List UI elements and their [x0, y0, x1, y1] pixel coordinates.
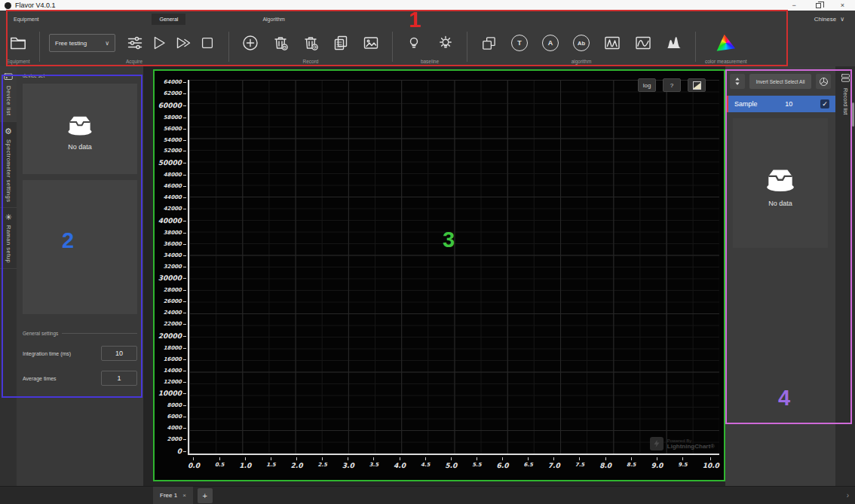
- toolbar-divider: [392, 32, 393, 62]
- y-tick-label: 10000: [158, 390, 186, 397]
- acquisition-settings-button[interactable]: [123, 30, 147, 56]
- y-tick-label: 8000: [167, 403, 186, 408]
- group-label-baseline: baseline: [402, 59, 458, 64]
- restore-icon[interactable]: [816, 3, 821, 8]
- add-record-button[interactable]: [238, 30, 262, 56]
- record-list-rail-label[interactable]: Record list: [842, 88, 849, 115]
- sidebar-item-raman-setup[interactable]: ✳ Raman setup: [0, 208, 17, 269]
- record-name: Sample: [734, 100, 758, 108]
- tab-general[interactable]: General: [152, 14, 185, 25]
- single-acquire-button[interactable]: [147, 30, 171, 56]
- trash-lock-icon: [271, 34, 290, 52]
- y-tick-label: 62000: [164, 91, 186, 96]
- add-tab-button[interactable]: +: [198, 488, 213, 503]
- x-tick-label: 1.0: [239, 457, 251, 469]
- sort-records-button[interactable]: [730, 74, 745, 89]
- record-settings-button[interactable]: [816, 74, 831, 89]
- x-tick-label: 6.0: [497, 457, 509, 469]
- plot-area[interactable]: [188, 80, 719, 455]
- x-tick-label: 10.0: [703, 457, 719, 469]
- x-tick-label: 5.0: [445, 457, 457, 469]
- chart-theme-button[interactable]: [688, 78, 706, 92]
- tab-free-1[interactable]: Free 1 ×: [153, 487, 193, 504]
- y-tick-label: 56000: [164, 127, 186, 132]
- invert-select-button[interactable]: Invert Select Select All: [749, 74, 811, 89]
- close-button[interactable]: ×: [841, 2, 844, 9]
- y-tick-label: 48000: [164, 173, 186, 178]
- tab-equipment[interactable]: Equipment: [6, 14, 46, 25]
- x-tick-label: 3.5: [369, 457, 378, 468]
- scrollbar-thumb[interactable]: [852, 102, 854, 127]
- open-file-button[interactable]: [6, 30, 30, 56]
- group-baseline: baseline: [399, 27, 461, 66]
- transmittance-button[interactable]: T: [507, 30, 532, 56]
- x-tick-label: 9.5: [678, 457, 687, 468]
- log-scale-button[interactable]: log: [638, 78, 656, 92]
- y-tick-label: 46000: [164, 184, 186, 189]
- copy-records-button[interactable]: [329, 30, 353, 56]
- light-baseline-button[interactable]: [434, 30, 458, 56]
- minimize-button[interactable]: −: [792, 2, 795, 9]
- y-tick-label: 58000: [164, 115, 186, 121]
- toolbar-divider: [39, 32, 40, 62]
- device-panel: device set No data General settings Inte…: [17, 66, 143, 486]
- general-settings-divider: General settings: [23, 331, 137, 336]
- segmented-wheel-icon: [818, 76, 829, 87]
- y-tick-label: 36000: [164, 242, 186, 247]
- export-image-button[interactable]: [359, 30, 383, 56]
- clear-records-button[interactable]: [299, 30, 323, 56]
- record-row-sample[interactable]: Sample 10: [725, 96, 835, 112]
- record-list-panel-icon: [840, 72, 851, 84]
- record-checkbox-checked-icon[interactable]: [820, 99, 829, 108]
- chart-button-group: log ?: [638, 78, 706, 92]
- group-color-measurement: color measurement: [702, 27, 750, 66]
- stop-button[interactable]: [195, 30, 219, 56]
- average-times-label: Average times: [23, 376, 101, 381]
- absorbance-button[interactable]: A: [538, 30, 562, 56]
- y-tick-label: 16000: [164, 357, 186, 362]
- x-tick-label: 4.5: [421, 457, 430, 468]
- sidebar-item-device-list[interactable]: Device list: [0, 66, 17, 122]
- circle-ab-icon: Ab: [573, 35, 590, 51]
- y-tick-label: 26000: [164, 299, 186, 304]
- group-label-equipment: Equipment: [6, 59, 30, 64]
- circle-a-icon: A: [542, 35, 559, 51]
- peaks-view-button[interactable]: [600, 30, 624, 56]
- window-title: Flavor V4.0.1: [15, 2, 56, 9]
- x-tick-label: 3.0: [342, 457, 354, 469]
- group-label-record: Record: [238, 59, 383, 64]
- spectrum-chart[interactable]: log ? 6400062000600005800056000540005200…: [153, 69, 725, 481]
- dark-baseline-button[interactable]: [402, 30, 426, 56]
- x-tick-label: 6.5: [524, 457, 533, 468]
- average-times-input[interactable]: [101, 371, 137, 386]
- color-measurement-button[interactable]: [714, 30, 738, 56]
- cie-color-triangle-icon: [716, 34, 736, 52]
- app-icon: [5, 2, 11, 9]
- bulb-bright-icon: [437, 34, 455, 52]
- circle-t-icon: T: [511, 35, 528, 51]
- integration-time-input[interactable]: [101, 346, 137, 361]
- copy-spectrum-button[interactable]: [477, 30, 501, 56]
- group-equipment: Equipment: [3, 27, 33, 66]
- sidebar-label-raman-setup: Raman setup: [5, 225, 12, 263]
- tab-close-icon[interactable]: ×: [182, 492, 186, 499]
- chart-help-button[interactable]: ?: [663, 78, 681, 92]
- y-tick-label: 20000: [158, 333, 186, 340]
- peak-analysis-button[interactable]: [662, 30, 686, 56]
- y-tick-label: 12000: [164, 380, 186, 385]
- y-tick-label: 4000: [167, 426, 186, 431]
- add-circle-icon: [241, 34, 259, 52]
- ribbon-tools-row: Equipment Free testing ∨: [0, 27, 855, 66]
- test-mode-dropdown[interactable]: Free testing ∨: [49, 34, 115, 52]
- language-dropdown[interactable]: Chinese ∨: [814, 16, 844, 23]
- continuous-acquire-button[interactable]: [171, 30, 195, 56]
- group-label-color-measurement: color measurement: [705, 59, 747, 64]
- chevron-right-icon[interactable]: ›: [847, 491, 849, 499]
- curve-view-button[interactable]: [631, 30, 655, 56]
- tab-algorithm[interactable]: Algorithm: [255, 14, 293, 25]
- delete-record-button[interactable]: [268, 30, 293, 56]
- absolute-button[interactable]: Ab: [569, 30, 593, 56]
- y-tick-label: 22000: [164, 322, 186, 327]
- y-tick-label: 0: [177, 448, 186, 455]
- sidebar-item-spectrometer-settings[interactable]: ⚙ Spectrometer settings: [0, 122, 17, 208]
